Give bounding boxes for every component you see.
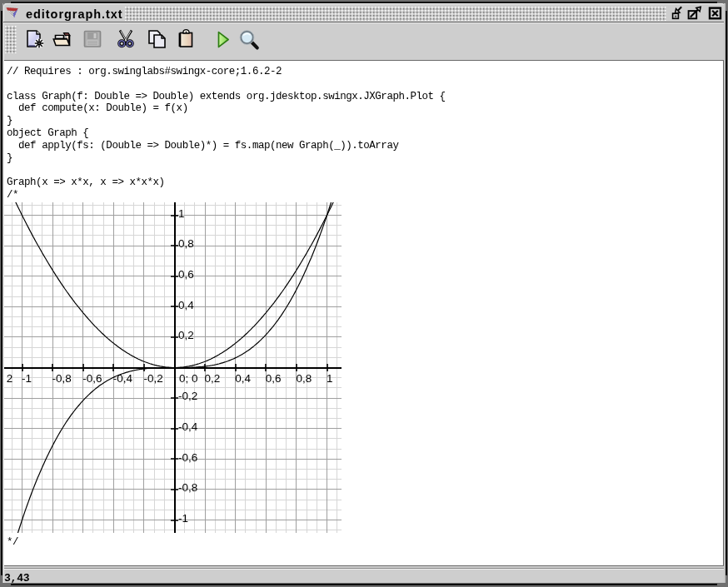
svg-text:-1: -1 (178, 512, 188, 525)
svg-text:1: 1 (178, 207, 185, 220)
svg-text:0,4: 0,4 (235, 372, 251, 385)
svg-text:-0,6: -0,6 (82, 372, 102, 385)
svg-text:0,2: 0,2 (205, 372, 221, 385)
svg-text:-0,2: -0,2 (143, 372, 162, 385)
svg-text:0,8: 0,8 (296, 372, 312, 385)
svg-text:1: 1 (327, 372, 333, 385)
svg-text:-1: -1 (22, 372, 32, 385)
svg-text:-0,8: -0,8 (52, 372, 72, 385)
svg-text:0,6: 0,6 (178, 268, 194, 281)
svg-text:-0,4: -0,4 (178, 420, 198, 433)
svg-text:-0,4: -0,4 (113, 372, 133, 385)
svg-text:0,4: 0,4 (178, 299, 194, 311)
svg-text:0,2: 0,2 (178, 329, 194, 341)
svg-text:0,6: 0,6 (266, 372, 282, 385)
svg-text:-0,8: -0,8 (178, 481, 197, 494)
svg-text:-0,6: -0,6 (178, 451, 197, 464)
svg-text:0,8: 0,8 (178, 237, 194, 250)
svg-text:-0,2: -0,2 (178, 390, 197, 402)
svg-text:0; 0: 0; 0 (179, 372, 198, 385)
